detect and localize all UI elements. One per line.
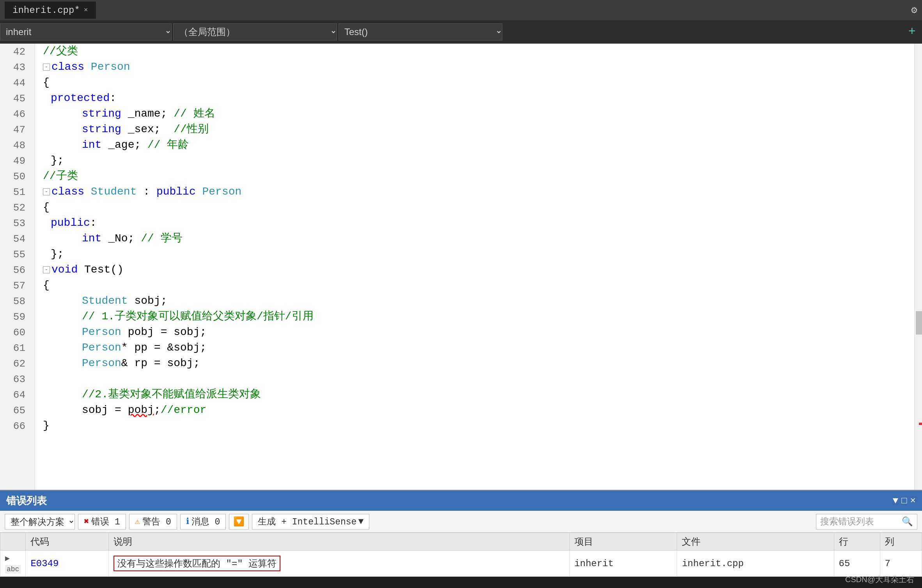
line-num-46: 46 xyxy=(0,106,30,122)
build-dropdown-icon: ▼ xyxy=(358,517,363,527)
code-line-44: { xyxy=(43,75,914,90)
filter-button[interactable]: 🔽 xyxy=(229,514,249,530)
error-panel: 错误列表 ▼ □ × 整个解决方案 ✖ 错误 1 ⚠ 警告 0 ℹ 消息 0 🔽… xyxy=(0,490,922,577)
info-filter-button[interactable]: ℹ 消息 0 xyxy=(180,514,226,530)
code-editor: 42 43 44 45 46 47 48 49 50 51 52 53 54 5… xyxy=(0,44,922,490)
watermark: CSDN@大耳朵土右 xyxy=(845,574,914,585)
code-line-53: public: xyxy=(43,215,914,231)
col-header-line[interactable]: 行 xyxy=(834,533,880,551)
error-col-cell: 7 xyxy=(880,551,922,577)
code-area: 42 43 44 45 46 47 48 49 50 51 52 53 54 5… xyxy=(0,44,922,490)
build-intellisense-selector[interactable]: 生成 + IntelliSense ▼ xyxy=(252,514,369,530)
error-marker xyxy=(919,423,922,425)
error-code-link[interactable]: E0349 xyxy=(30,558,59,569)
line-num-48: 48 xyxy=(0,137,30,153)
col-header-desc[interactable]: 说明 xyxy=(109,533,570,551)
info-count-label: 消息 0 xyxy=(191,515,220,528)
col-header-project[interactable]: 项目 xyxy=(569,533,677,551)
expand-arrow-icon: ▶ xyxy=(5,554,10,563)
build-label: 生成 + IntelliSense xyxy=(258,515,356,528)
line-num-66: 66 xyxy=(0,418,30,434)
error-file-cell: inherit.cpp xyxy=(677,551,834,577)
panel-close-button[interactable]: × xyxy=(910,496,916,506)
line-num-55: 55 xyxy=(0,246,30,262)
col-header-file[interactable]: 文件 xyxy=(677,533,834,551)
collapse-icon-43[interactable]: - xyxy=(43,64,50,71)
code-line-56: -void Test() xyxy=(43,262,914,278)
code-line-57: { xyxy=(43,278,914,293)
code-line-58: Student sobj; xyxy=(43,293,914,309)
function-selector[interactable]: Test() xyxy=(339,23,502,41)
code-line-59: // 1.子类对象可以赋值给父类对象/指针/引用 xyxy=(43,309,914,324)
scope-selector[interactable]: （全局范围） xyxy=(173,23,337,41)
tab-close-button[interactable]: × xyxy=(84,6,88,14)
search-icon: 🔍 xyxy=(902,516,913,527)
line-num-43: 43 xyxy=(0,59,30,75)
code-line-52: { xyxy=(43,200,914,215)
error-line-cell: 65 xyxy=(834,551,880,577)
collapse-icon-56[interactable]: - xyxy=(43,266,50,273)
solution-scope-selector[interactable]: 整个解决方案 xyxy=(5,514,75,530)
code-line-55: }; xyxy=(43,246,914,262)
line-num-59: 59 xyxy=(0,309,30,324)
line-num-47: 47 xyxy=(0,122,30,137)
add-button[interactable]: + xyxy=(902,25,922,39)
scrollbar-thumb[interactable] xyxy=(916,311,922,335)
code-line-51: -class Student : public Person xyxy=(43,184,914,200)
code-line-46: string _name; // 姓名 xyxy=(43,106,914,122)
line-num-58: 58 xyxy=(0,293,30,309)
panel-controls: ▼ □ × xyxy=(893,496,916,506)
row-expand-icon[interactable]: ▶ abc xyxy=(0,551,26,577)
code-line-48: int _age; // 年龄 xyxy=(43,137,914,153)
line-num-50: 50 xyxy=(0,168,30,184)
line-num-62: 62 xyxy=(0,356,30,371)
code-line-65: sobj = pobj;//error xyxy=(43,402,914,418)
code-line-49: }; xyxy=(43,153,914,168)
error-toolbar: 整个解决方案 ✖ 错误 1 ⚠ 警告 0 ℹ 消息 0 🔽 生成 + Intel… xyxy=(0,511,922,533)
filter-dropdown-icon: 🔽 xyxy=(233,516,245,527)
code-line-47: string _sex; //性别 xyxy=(43,122,914,137)
error-filter-button[interactable]: ✖ 错误 1 xyxy=(78,514,126,530)
tab-label: inherit.cpp* xyxy=(12,5,80,16)
error-panel-header: 错误列表 ▼ □ × xyxy=(0,491,922,511)
error-description-cell: 没有与这些操作数匹配的 "=" 运算符 xyxy=(109,551,570,577)
panel-restore-button[interactable]: □ xyxy=(901,496,907,506)
abc-badge: abc xyxy=(5,565,21,574)
search-error-input[interactable]: 搜索错误列表 🔍 xyxy=(816,514,917,530)
error-table: 代码 说明 项目 文件 行 列 ▶ abc E0349 没有与这些操作数匹配的 … xyxy=(0,533,922,577)
warning-icon: ⚠ xyxy=(135,516,140,527)
code-line-60: Person pobj = sobj; xyxy=(43,324,914,340)
editor-toolbar: inherit （全局范围） Test() + xyxy=(0,20,922,44)
code-line-61: Person* pp = &sobj; xyxy=(43,340,914,356)
warning-filter-button[interactable]: ⚠ 警告 0 xyxy=(129,514,177,530)
line-num-45: 45 xyxy=(0,90,30,106)
line-num-42: 42 xyxy=(0,44,30,59)
error-description-text: 没有与这些操作数匹配的 "=" 运算符 xyxy=(113,556,280,571)
code-line-62: Person& rp = sobj; xyxy=(43,356,914,371)
line-num-60: 60 xyxy=(0,324,30,340)
code-content[interactable]: //父类 -class Person { protected: string _… xyxy=(35,44,914,490)
col-header-code xyxy=(0,533,26,551)
table-row[interactable]: ▶ abc E0349 没有与这些操作数匹配的 "=" 运算符 inherit … xyxy=(0,551,922,577)
code-line-54: int _No; // 学号 xyxy=(43,231,914,246)
error-icon: ✖ xyxy=(84,516,89,527)
search-placeholder: 搜索错误列表 xyxy=(820,515,874,528)
file-selector[interactable]: inherit xyxy=(0,23,172,41)
code-line-50: //子类 xyxy=(43,168,914,184)
line-num-52: 52 xyxy=(0,200,30,215)
file-tab[interactable]: inherit.cpp* × xyxy=(5,2,96,19)
error-panel-title: 错误列表 xyxy=(6,494,47,508)
line-num-56: 56 xyxy=(0,262,30,278)
gear-icon[interactable]: ⚙ xyxy=(911,4,917,16)
panel-collapse-button[interactable]: ▼ xyxy=(893,496,898,506)
collapse-icon-51[interactable]: - xyxy=(43,188,50,195)
vertical-scrollbar[interactable] xyxy=(914,44,922,490)
col-header-code-val[interactable]: 代码 xyxy=(26,533,109,551)
line-num-54: 54 xyxy=(0,231,30,246)
error-code-cell[interactable]: E0349 xyxy=(26,551,109,577)
code-line-43: -class Person xyxy=(43,59,914,75)
code-line-42: //父类 xyxy=(43,44,914,59)
col-header-col[interactable]: 列 xyxy=(880,533,922,551)
line-num-64: 64 xyxy=(0,387,30,402)
line-num-53: 53 xyxy=(0,215,30,231)
